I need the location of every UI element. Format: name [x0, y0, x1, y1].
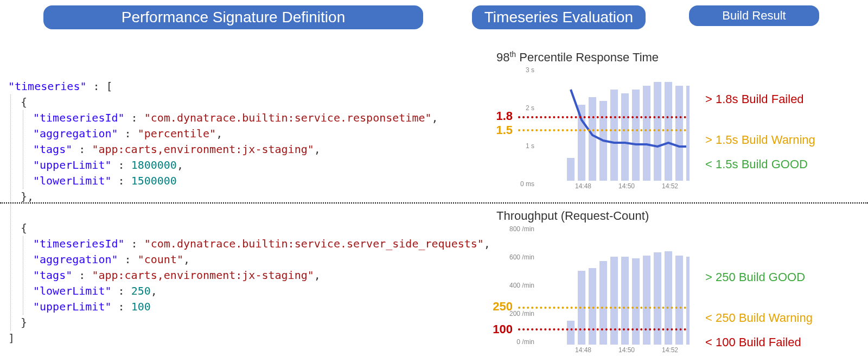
chart-throughput: 800 /min 600 /min 400 /min 200 /min 0 /m…	[518, 225, 686, 353]
threshold-upper-label: 250	[493, 300, 513, 314]
bar	[632, 258, 640, 345]
json-key: "aggregation"	[33, 127, 118, 140]
result-good: > 250 Build GOOD	[705, 270, 805, 284]
bar	[621, 257, 629, 345]
json-string: "com.dynatrace.builtin:service.server_si…	[144, 237, 484, 250]
json-key: "tags"	[33, 269, 72, 282]
bar	[675, 256, 683, 345]
json-number: 1800000	[131, 158, 177, 171]
chart1-title-pre: 98	[496, 50, 509, 64]
json-number: 250	[131, 284, 151, 297]
result-good: < 1.5s Build GOOD	[705, 157, 808, 171]
chart-line	[518, 64, 686, 189]
json-key: "upperLimit"	[33, 158, 112, 171]
header-evaluation: Timeseries Evaluation	[472, 5, 646, 29]
threshold-upper-label: 1.8	[496, 109, 513, 123]
result-failed: < 100 Build Failed	[705, 335, 801, 349]
bar	[654, 252, 661, 345]
bar	[599, 261, 607, 345]
json-key: "aggregation"	[33, 253, 118, 266]
json-number: 1500000	[131, 174, 177, 187]
json-key: "lowerLimit"	[33, 174, 112, 187]
threshold-lower	[518, 328, 686, 330]
xtick: 14:52	[662, 346, 678, 354]
bar	[686, 86, 690, 181]
chart1-title-post: Percentile Response Time	[516, 50, 659, 64]
bar	[643, 256, 650, 345]
bar	[665, 251, 672, 345]
json-key: "timeseriesId"	[33, 111, 125, 124]
threshold-lower-label: 1.5	[496, 123, 513, 137]
bar	[610, 257, 618, 345]
json-key: "lowerLimit"	[33, 284, 112, 297]
threshold-upper	[518, 307, 686, 309]
header-result: Build Result	[689, 5, 819, 26]
chart2-title: Throughput (Request-Count)	[496, 209, 649, 223]
bar	[567, 321, 575, 345]
chart1-title-sup: th	[509, 50, 516, 59]
json-string: "count"	[138, 253, 183, 266]
ytick: 0 /min	[502, 338, 534, 346]
json-key: "timeseriesId"	[33, 237, 125, 250]
section-divider	[0, 202, 868, 204]
json-string: "app:carts,environment:jx-staging"	[92, 143, 314, 156]
chart-response-time: 3 s 2 s 1 s 0 ms 14:48 14:50 14:52 1.8 1…	[518, 64, 686, 189]
header-definition: Performance Signature Definition	[43, 5, 423, 29]
result-warning: < 250 Build Warning	[705, 311, 813, 325]
json-string: "percentile"	[138, 127, 216, 140]
result-failed: > 1.8s Build Failed	[705, 92, 804, 106]
ytick: 400 /min	[502, 282, 534, 289]
json-number: 100	[131, 300, 151, 313]
ytick: 800 /min	[502, 225, 534, 233]
bar	[686, 257, 690, 345]
json-key: "upperLimit"	[33, 300, 112, 313]
json-string: "com.dynatrace.builtin:service.responset…	[144, 111, 432, 124]
result-warning: > 1.5s Build Warning	[705, 133, 815, 147]
threshold-lower-label: 100	[493, 322, 513, 336]
threshold-lower	[518, 129, 686, 131]
xtick: 14:50	[618, 346, 635, 354]
ytick: 600 /min	[502, 253, 534, 261]
xtick: 14:48	[575, 346, 591, 354]
json-code-block: "timeseries" : [ { "timeseriesId" : "com…	[8, 79, 490, 346]
json-string: "app:carts,environment:jx-staging"	[92, 269, 314, 282]
json-key: "timeseries"	[8, 80, 87, 93]
threshold-upper	[518, 116, 686, 118]
chart1-title: 98th Percentile Response Time	[496, 50, 659, 65]
json-key: "tags"	[33, 143, 72, 156]
